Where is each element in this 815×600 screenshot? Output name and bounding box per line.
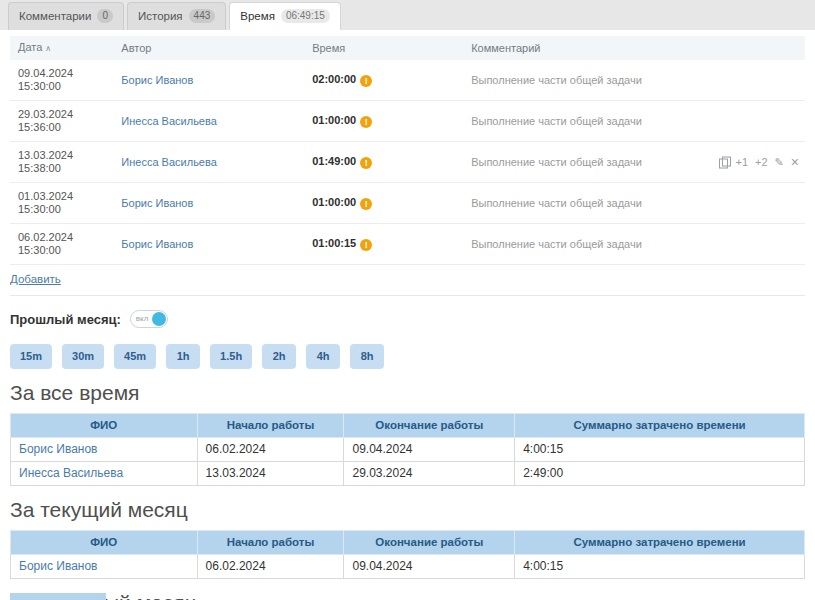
log-author-link[interactable]: Борис Иванов xyxy=(121,197,193,209)
column-header: ФИО xyxy=(11,531,198,555)
warning-icon: ! xyxy=(360,116,372,128)
table-row: Борис Иванов 06.02.2024 09.04.2024 4:00:… xyxy=(11,438,805,462)
log-date: 06.02.2024 15:30:00 xyxy=(10,224,113,265)
log-time: 01:49:00 xyxy=(312,155,356,167)
log-comment: Выполнение части общей задачи xyxy=(471,156,642,168)
column-header: Начало работы xyxy=(197,531,344,555)
log-date: 13.03.2024 15:38:00 xyxy=(10,142,113,183)
quick-time-45m[interactable]: 45m xyxy=(114,344,156,369)
quick-time-30m[interactable]: 30m xyxy=(62,344,104,369)
start-date: 06.02.2024 xyxy=(197,438,344,462)
start-date: 13.03.2024 xyxy=(197,462,344,486)
column-header: Окончание работы xyxy=(344,414,515,438)
person-link[interactable]: Борис Иванов xyxy=(19,559,97,573)
section-title-all-time: За все время xyxy=(10,381,805,405)
log-date: 09.04.2024 15:30:00 xyxy=(10,60,113,101)
table-row[interactable]: 01.03.2024 15:30:00 Борис Иванов 01:00:0… xyxy=(10,183,805,224)
total-time: 4:00:15 xyxy=(515,555,805,579)
tabbar: Комментарии 0 История 443 Время 06:49:15 xyxy=(0,0,815,30)
end-date: 09.04.2024 xyxy=(344,555,515,579)
column-header: Окончание работы xyxy=(344,531,515,555)
column-header: Суммарно затрачено времени xyxy=(515,414,805,438)
plus-two-button[interactable]: +2 xyxy=(755,157,768,168)
tab-label: История xyxy=(138,10,183,22)
tab-time[interactable]: Время 06:49:15 xyxy=(229,2,341,30)
add-time-button[interactable]: Добавить xyxy=(10,272,61,286)
table-row: Инесса Васильева 13.03.2024 29.03.2024 2… xyxy=(11,462,805,486)
last-month-toggle-row: Прошлый месяц: вкл xyxy=(10,295,805,333)
log-author-link[interactable]: Инесса Васильева xyxy=(121,156,216,168)
copy-icon[interactable] xyxy=(719,157,729,168)
log-author-link[interactable]: Борис Иванов xyxy=(121,74,193,86)
end-date: 29.03.2024 xyxy=(344,462,515,486)
tab-history[interactable]: История 443 xyxy=(127,2,226,30)
section-title-previous-month: За прошлый месяц xyxy=(10,591,805,600)
log-date: 01.03.2024 15:30:00 xyxy=(10,183,113,224)
tab-badge: 443 xyxy=(189,9,216,23)
page: Комментарии 0 История 443 Время 06:49:15… xyxy=(0,0,815,600)
column-header: Начало работы xyxy=(197,414,344,438)
summary-table-current-month: ФИО Начало работы Окончание работы Сумма… xyxy=(10,530,805,579)
quick-time-15m[interactable]: 15m xyxy=(10,344,52,369)
toggle-label: Прошлый месяц: xyxy=(10,312,121,327)
log-comment: Выполнение части общей задачи xyxy=(471,115,642,127)
column-header-author[interactable]: Автор xyxy=(113,36,304,60)
log-time: 02:00:00 xyxy=(312,73,356,85)
tab-label: Время xyxy=(240,10,275,22)
partial-table-header xyxy=(10,593,106,600)
sort-asc-icon: ∧ xyxy=(45,44,51,53)
quick-time-1-5h[interactable]: 1.5h xyxy=(210,344,252,369)
warning-icon: ! xyxy=(360,198,372,210)
end-date: 09.04.2024 xyxy=(344,438,515,462)
column-header: Суммарно затрачено времени xyxy=(515,531,805,555)
plus-one-button[interactable]: +1 xyxy=(736,157,749,168)
log-time: 01:00:00 xyxy=(312,196,356,208)
close-icon[interactable]: × xyxy=(791,157,799,168)
section-title-current-month: За текущий месяц xyxy=(10,498,805,522)
column-header-time[interactable]: Время xyxy=(304,36,463,60)
log-author-link[interactable]: Инесса Васильева xyxy=(121,115,216,127)
table-row[interactable]: 06.02.2024 15:30:00 Борис Иванов 01:00:1… xyxy=(10,224,805,265)
log-comment: Выполнение части общей задачи xyxy=(471,238,642,250)
quick-time-2h[interactable]: 2h xyxy=(262,344,296,369)
person-link[interactable]: Борис Иванов xyxy=(19,442,97,456)
column-header-date[interactable]: Дата∧ xyxy=(10,36,113,60)
table-row[interactable]: 29.03.2024 15:36:00 Инесса Васильева 01:… xyxy=(10,101,805,142)
total-time: 4:00:15 xyxy=(515,438,805,462)
row-actions: +1 +2 ✎ × xyxy=(719,157,800,168)
edit-icon[interactable]: ✎ xyxy=(775,157,784,168)
quick-time-1h[interactable]: 1h xyxy=(166,344,200,369)
summary-table-all-time: ФИО Начало работы Окончание работы Сумма… xyxy=(10,413,805,486)
log-comment: Выполнение части общей задачи xyxy=(471,197,642,209)
log-comment: Выполнение части общей задачи xyxy=(471,74,642,86)
column-header-comment[interactable]: Комментарий xyxy=(463,36,805,60)
warning-icon: ! xyxy=(360,75,372,87)
log-time: 01:00:15 xyxy=(312,237,356,249)
quick-time-8h[interactable]: 8h xyxy=(350,344,384,369)
toggle-state-label: вкл xyxy=(136,315,149,323)
table-row[interactable]: 09.04.2024 15:30:00 Борис Иванов 02:00:0… xyxy=(10,60,805,101)
table-row[interactable]: 13.03.2024 15:38:00 Инесса Васильева 01:… xyxy=(10,142,805,183)
log-time: 01:00:00 xyxy=(312,114,356,126)
time-log-table: Дата∧ Автор Время Комментарий 09.04.2024… xyxy=(10,36,805,265)
tab-badge: 06:49:15 xyxy=(281,9,330,23)
tab-badge: 0 xyxy=(97,9,113,23)
tab-label: Комментарии xyxy=(19,10,91,22)
log-date: 29.03.2024 15:36:00 xyxy=(10,101,113,142)
tab-comments[interactable]: Комментарии 0 xyxy=(8,2,124,30)
person-link[interactable]: Инесса Васильева xyxy=(19,466,123,480)
last-month-toggle[interactable]: вкл xyxy=(130,310,168,328)
quick-time-4h[interactable]: 4h xyxy=(306,344,340,369)
log-author-link[interactable]: Борис Иванов xyxy=(121,238,193,250)
toggle-knob xyxy=(152,312,166,326)
warning-icon: ! xyxy=(360,239,372,251)
time-panel: Дата∧ Автор Время Комментарий 09.04.2024… xyxy=(0,30,815,600)
warning-icon: ! xyxy=(360,157,372,169)
table-row: Борис Иванов 06.02.2024 09.04.2024 4:00:… xyxy=(11,555,805,579)
quick-time-buttons: 15m 30m 45m 1h 1.5h 2h 4h 8h xyxy=(10,344,805,369)
total-time: 2:49:00 xyxy=(515,462,805,486)
start-date: 06.02.2024 xyxy=(197,555,344,579)
column-header: ФИО xyxy=(11,414,198,438)
